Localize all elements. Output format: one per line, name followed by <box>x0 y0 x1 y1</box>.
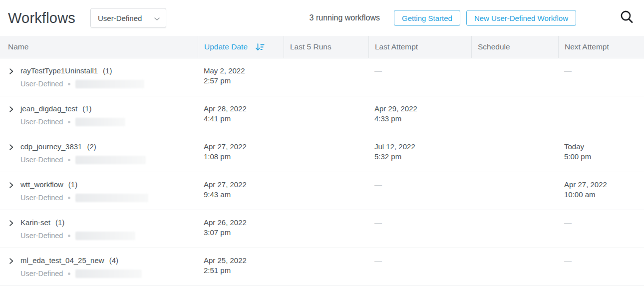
name-cell: jean_digdag_test (1) User-Defined <box>0 96 198 134</box>
name-stack: jean_digdag_test (1) User-Defined <box>20 104 125 127</box>
name-stack: ml_eda_test_04_25_new (4) User-Defined <box>20 256 142 279</box>
chevron-down-icon <box>154 14 160 22</box>
workflow-count: (1) <box>82 104 91 114</box>
workflow-count: (4) <box>109 256 118 266</box>
workflow-name[interactable]: rayTestType1Uninstall1 <box>20 66 98 76</box>
column-header-last-5-runs[interactable]: Last 5 Runs <box>284 36 368 58</box>
workflow-name[interactable]: Karin-set <box>20 218 50 228</box>
next-attempt-date: — <box>564 218 644 228</box>
workflow-name[interactable]: cdp_journey_3831 <box>20 142 82 152</box>
last-attempt-cell: Jul 12, 2022 5:32 pm <box>368 134 471 172</box>
update-date-cell: Apr 28, 2022 4:41 pm <box>198 96 284 134</box>
next-attempt-date: — <box>564 66 644 76</box>
next-attempt-cell: Today 5:00 pm <box>558 134 644 172</box>
workflow-name[interactable]: wtt_workflow <box>20 180 63 190</box>
update-time: 3:07 pm <box>204 228 284 238</box>
topbar-right-group: 3 running workflows Getting Started New … <box>310 9 639 27</box>
owner-redacted <box>75 118 125 126</box>
update-time: 9:43 am <box>204 190 284 200</box>
next-attempt-date: Today <box>564 142 644 152</box>
update-time: 4:41 pm <box>204 114 284 124</box>
last-attempt-cell: Apr 29, 2022 4:33 pm <box>368 96 471 134</box>
owner-redacted <box>75 156 146 164</box>
last-attempt-time: 4:33 pm <box>374 114 471 124</box>
last-attempt-cell: — <box>368 172 471 210</box>
workflow-count: (1) <box>103 66 112 76</box>
update-date-cell: Apr 27, 2022 1:08 pm <box>198 134 284 172</box>
workflow-name[interactable]: ml_eda_test_04_25_new <box>20 256 104 266</box>
workflow-type-label: User-Defined <box>20 79 63 89</box>
update-time: 2:57 pm <box>204 76 284 86</box>
owner-redacted <box>75 194 148 202</box>
workflow-type-label: User-Defined <box>20 117 63 127</box>
chevron-right-icon[interactable] <box>8 105 14 115</box>
workflow-count: (1) <box>55 218 64 228</box>
name-stack: Karin-set (1) User-Defined <box>20 218 135 241</box>
table-row[interactable]: cdp_journey_3831 (2) User-Defined Apr 27… <box>0 134 644 172</box>
workflow-type-label: User-Defined <box>20 193 63 203</box>
workflow-type-label: User-Defined <box>20 269 63 279</box>
update-time: 1:08 pm <box>204 152 284 162</box>
last-attempt-date: — <box>374 180 471 190</box>
column-header-schedule[interactable]: Schedule <box>471 36 558 58</box>
table-header-row: Name Update Date Last 5 Runs Last Attemp… <box>0 36 644 58</box>
owner-redacted <box>75 270 142 278</box>
update-date: May 2, 2022 <box>204 66 284 76</box>
column-header-name[interactable]: Name <box>0 36 198 58</box>
chevron-right-icon[interactable] <box>8 143 14 153</box>
update-date: Apr 27, 2022 <box>204 180 284 190</box>
last-5-runs-cell <box>284 172 368 210</box>
chevron-right-icon[interactable] <box>8 257 14 267</box>
chevron-right-icon[interactable] <box>8 219 14 229</box>
getting-started-button[interactable]: Getting Started <box>394 10 460 26</box>
last-attempt-cell: — <box>368 248 471 286</box>
sort-descending-icon <box>255 42 265 52</box>
new-workflow-button[interactable]: New User-Defined Workflow <box>466 10 576 26</box>
column-header-update-date-label: Update Date <box>204 42 248 51</box>
next-attempt-date: — <box>564 256 644 266</box>
column-header-update-date[interactable]: Update Date <box>198 36 284 58</box>
last-attempt-date: Apr 29, 2022 <box>374 104 471 114</box>
next-attempt-time: 5:00 pm <box>564 152 644 162</box>
separator-dot <box>68 121 70 123</box>
schedule-cell <box>471 96 558 134</box>
workflow-subline: User-Defined <box>20 231 135 241</box>
topbar: Workflows User-Defined 3 running workflo… <box>0 0 644 36</box>
last-attempt-date: — <box>374 256 471 266</box>
table-row[interactable]: wtt_workflow (1) User-Defined Apr 27, 20… <box>0 172 644 210</box>
name-stack: wtt_workflow (1) User-Defined <box>20 180 148 203</box>
table-row[interactable]: jean_digdag_test (1) User-Defined Apr 28… <box>0 96 644 134</box>
table-row[interactable]: Karin-set (1) User-Defined Apr 26, 2022 … <box>0 210 644 248</box>
page-title: Workflows <box>8 10 75 26</box>
workflow-subline: User-Defined <box>20 193 148 203</box>
name-cell: rayTestType1Uninstall1 (1) User-Defined <box>0 58 198 96</box>
separator-dot <box>68 159 70 161</box>
next-attempt-cell: — <box>558 58 644 96</box>
column-header-next-attempt[interactable]: Next Attempt <box>558 36 644 58</box>
table-row[interactable]: rayTestType1Uninstall1 (1) User-Defined … <box>0 58 644 96</box>
workflow-name[interactable]: jean_digdag_test <box>20 104 77 114</box>
owner-redacted <box>75 232 135 240</box>
last-attempt-date: — <box>374 218 471 228</box>
workflow-count: (2) <box>87 142 96 152</box>
owner-redacted <box>75 80 144 88</box>
chevron-right-icon[interactable] <box>8 67 14 77</box>
chevron-right-icon[interactable] <box>8 181 14 191</box>
search-icon <box>619 9 636 27</box>
schedule-cell <box>471 58 558 96</box>
last-attempt-date: Jul 12, 2022 <box>374 142 471 152</box>
column-header-last-attempt[interactable]: Last Attempt <box>368 36 471 58</box>
update-date: Apr 28, 2022 <box>204 104 284 114</box>
separator-dot <box>68 235 70 237</box>
last-attempt-date: — <box>374 66 471 76</box>
next-attempt-time: 10:00 am <box>564 190 644 200</box>
schedule-cell <box>471 210 558 248</box>
update-date-cell: Apr 26, 2022 3:07 pm <box>198 210 284 248</box>
workflow-subline: User-Defined <box>20 269 142 279</box>
schedule-cell <box>471 248 558 286</box>
search-button[interactable] <box>618 9 636 27</box>
table-row[interactable]: ml_eda_test_04_25_new (4) User-Defined A… <box>0 248 644 286</box>
update-date-cell: Apr 25, 2022 2:51 pm <box>198 248 284 286</box>
workflow-type-dropdown[interactable]: User-Defined <box>90 8 166 28</box>
schedule-cell <box>471 172 558 210</box>
